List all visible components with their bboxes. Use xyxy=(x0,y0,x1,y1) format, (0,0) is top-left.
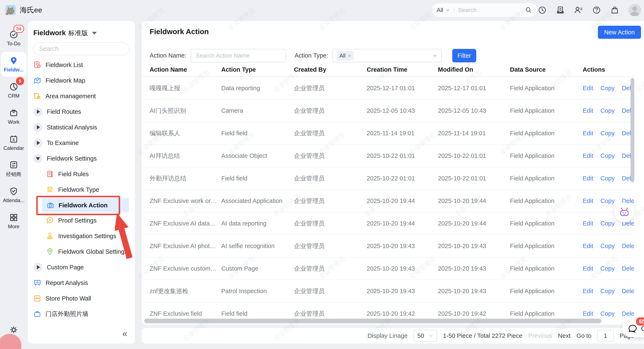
delete-link[interactable]: Delete xyxy=(622,310,634,317)
help-icon[interactable] xyxy=(592,6,601,14)
sidebar-item-store-fieldwork-photo-wall[interactable]: 门店外勤照片墙 xyxy=(28,306,135,322)
caret-down-icon[interactable] xyxy=(92,32,97,34)
rail-item-fieldwork[interactable]: Fieldw... xyxy=(1,52,26,77)
rail-item-more[interactable]: More xyxy=(1,209,26,234)
action-type-select[interactable]: All × xyxy=(332,49,442,62)
sidebar-item-fieldwork-list[interactable]: Fieldwork List xyxy=(28,57,135,73)
chat-bubble-icon xyxy=(628,324,638,334)
copy-link[interactable]: Copy xyxy=(600,242,615,250)
edit-link[interactable]: Edit xyxy=(583,242,593,250)
delete-link[interactable]: Delete xyxy=(622,265,634,272)
expand-down-icon[interactable] xyxy=(33,154,42,163)
sidebar-item-store-photo-wall[interactable]: Store Photo Wall xyxy=(28,290,135,306)
expand-right-icon[interactable] xyxy=(33,107,42,116)
copy-link[interactable]: Copy xyxy=(600,220,615,227)
sidebar-collapse-button[interactable]: « xyxy=(122,329,127,338)
table-row: ZNF Exclusive custom pageCustom Page企业管理… xyxy=(142,258,634,280)
action-name-input[interactable] xyxy=(191,49,286,62)
expand-right-icon[interactable] xyxy=(33,262,42,272)
page-size-select[interactable]: 50 xyxy=(414,330,437,342)
sidebar-item-fieldwork-global-settings[interactable]: Fieldwork Global Settings xyxy=(28,244,135,260)
rail-item-attendance[interactable]: Attenda... xyxy=(1,182,26,208)
briefcase-icon xyxy=(33,310,41,318)
copy-link[interactable]: Copy xyxy=(600,288,615,295)
rail-item-calendar[interactable]: 5 Calendar xyxy=(1,130,26,155)
crm-badge: 5 xyxy=(16,77,24,85)
filter-button[interactable]: Filter xyxy=(452,49,476,62)
next-page-button[interactable]: Next xyxy=(558,332,571,339)
rail-item-todo[interactable]: To-Do 34 xyxy=(1,26,26,50)
contacts-icon[interactable] xyxy=(574,6,583,14)
photo-icon xyxy=(33,294,41,302)
chevron-down-icon xyxy=(445,8,450,12)
copy-link[interactable]: Copy xyxy=(600,198,615,204)
global-search[interactable]: All Search xyxy=(432,3,537,17)
sidebar-item-fieldwork-settings[interactable]: Fieldwork Settings xyxy=(28,151,135,166)
delete-link[interactable]: Delete xyxy=(622,288,634,295)
clock-icon[interactable] xyxy=(538,6,547,14)
previous-page-button[interactable]: Previous xyxy=(528,332,552,339)
edit-link[interactable]: Edit xyxy=(583,130,593,137)
rail-item-crm[interactable]: CRM 5 xyxy=(1,78,26,103)
briefcase-icon xyxy=(9,108,18,118)
goto-page-input[interactable] xyxy=(597,330,614,342)
sidebar-item-field-routes[interactable]: Field Routes xyxy=(28,104,135,120)
search-placeholder[interactable]: Search xyxy=(458,7,477,14)
chats-button[interactable]: Chats 65 xyxy=(622,320,644,337)
edit-link[interactable]: Edit xyxy=(583,85,593,92)
delete-link[interactable]: Delete xyxy=(622,242,634,250)
sidebar-title-text: Fieldwork xyxy=(33,29,66,37)
edit-link[interactable]: Edit xyxy=(583,310,593,317)
vertical-scrollbar[interactable] xyxy=(630,78,634,182)
sidebar-item-fieldwork-type[interactable]: Fieldwork Type xyxy=(28,182,135,198)
edit-link[interactable]: Edit xyxy=(583,175,593,182)
copy-link[interactable]: Copy xyxy=(600,175,615,182)
sidebar-item-area-management[interactable]: Area management xyxy=(28,88,135,104)
layers-icon xyxy=(46,186,54,194)
report-icon[interactable] xyxy=(556,6,565,14)
new-action-button[interactable]: New Action xyxy=(598,26,641,39)
search-icon[interactable] xyxy=(525,6,532,14)
svg-text:5: 5 xyxy=(13,138,15,142)
sidebar-title[interactable]: Fieldwork 标准版 xyxy=(33,29,97,38)
expand-right-icon[interactable] xyxy=(33,123,42,132)
grid-icon xyxy=(9,213,18,222)
calendar-icon: 5 xyxy=(9,134,18,144)
edit-link[interactable]: Edit xyxy=(583,220,593,227)
sidebar-item-investigation-settings[interactable]: Investigation Settings xyxy=(28,228,135,244)
sidebar-item-fieldwork-map[interactable]: Fieldwork Map xyxy=(28,73,135,88)
edit-link[interactable]: Edit xyxy=(583,288,593,295)
edit-link[interactable]: Edit xyxy=(583,265,593,272)
edit-link[interactable]: Edit xyxy=(583,198,593,204)
search-scope-select[interactable]: All xyxy=(437,7,443,14)
copy-link[interactable]: Copy xyxy=(600,130,615,137)
table-row: znf更改集巡检Patrol Inspection企业管理员2025-10-20… xyxy=(142,280,634,303)
rail-label: Fieldw... xyxy=(4,67,24,73)
rail-item-work[interactable]: Work xyxy=(1,104,26,129)
sidebar-item-report-analysis[interactable]: Report Analysis xyxy=(28,275,135,290)
todo-badge: 34 xyxy=(14,25,24,33)
sidebar-search-input[interactable] xyxy=(33,42,130,55)
copy-link[interactable]: Copy xyxy=(600,265,615,272)
notification-dot xyxy=(0,334,22,349)
bag-icon[interactable] xyxy=(610,6,619,14)
company-logo[interactable] xyxy=(6,5,16,15)
copy-link[interactable]: Copy xyxy=(600,107,615,114)
assistant-robot-button[interactable] xyxy=(614,202,634,222)
sidebar-item-proof-settings[interactable]: Proof Settings xyxy=(28,213,135,228)
rail-item-dealer[interactable]: 经销商 xyxy=(1,156,26,181)
edit-link[interactable]: Edit xyxy=(583,107,593,114)
copy-link[interactable]: Copy xyxy=(600,152,615,159)
expand-right-icon[interactable] xyxy=(33,138,42,148)
edit-link[interactable]: Edit xyxy=(583,152,593,159)
sidebar-item-custom-page[interactable]: Custom Page xyxy=(28,260,135,275)
horizontal-scrollbar[interactable] xyxy=(144,319,602,323)
sidebar-item-field-rules[interactable]: Field Rules xyxy=(28,166,135,182)
sidebar-item-statistical-analysis[interactable]: Statistical Analysis xyxy=(28,120,135,135)
sidebar-item-to-examine[interactable]: To Examine xyxy=(28,135,135,151)
copy-link[interactable]: Copy xyxy=(600,85,615,92)
user-avatar[interactable] xyxy=(628,4,641,16)
sidebar-item-fieldwork-action[interactable]: Fieldwork Action xyxy=(42,198,129,213)
copy-link[interactable]: Copy xyxy=(600,310,615,317)
tag-remove-icon[interactable]: × xyxy=(348,52,351,59)
